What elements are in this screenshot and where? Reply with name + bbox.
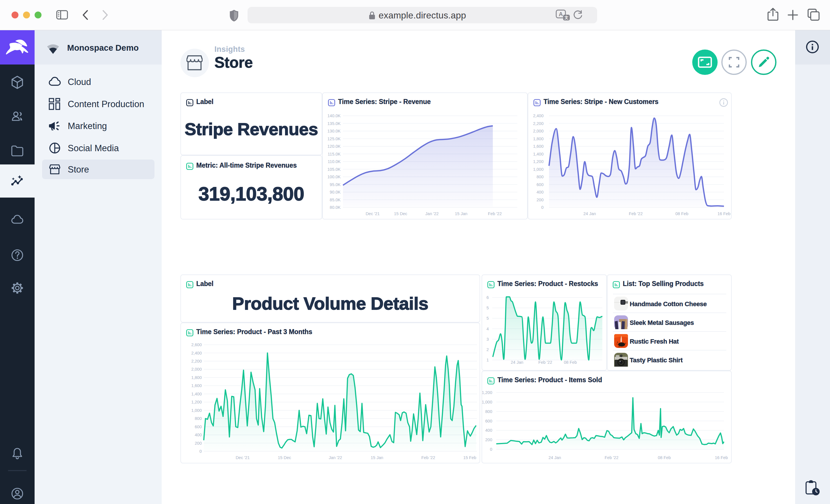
svg-text:100.0K: 100.0K [327,174,341,179]
svg-text:2,200: 2,200 [533,121,544,126]
svg-text:110.0K: 110.0K [328,159,341,164]
svg-text:15 Jan: 15 Jan [371,455,383,460]
svg-text:Feb '22: Feb '22 [629,211,643,216]
svg-text:1,800: 1,800 [533,136,544,141]
svg-text:1,400: 1,400 [533,152,544,156]
svg-text:2,200: 2,200 [191,359,202,364]
svg-text:1: 1 [486,358,489,362]
svg-text:0: 0 [199,449,202,453]
svg-text:1,400: 1,400 [191,392,202,396]
svg-text:200: 200 [195,441,202,445]
svg-text:200: 200 [485,437,492,442]
svg-text:2,600: 2,600 [191,342,202,347]
svg-text:1,000: 1,000 [191,408,202,413]
svg-text:24 Jan: 24 Jan [511,360,523,365]
svg-text:1,000: 1,000 [533,167,544,172]
svg-text:08 Feb: 08 Feb [675,211,688,216]
svg-text:2,400: 2,400 [191,351,202,356]
svg-text:08 Feb: 08 Feb [564,360,577,365]
svg-text:140.0K: 140.0K [327,113,341,118]
svg-text:120.0K: 120.0K [327,144,341,148]
svg-text:5: 5 [486,306,489,310]
svg-text:2: 2 [486,347,489,352]
svg-text:Jan '22: Jan '22 [329,455,342,460]
svg-text:15 Dec: 15 Dec [394,211,407,216]
svg-text:15 Dec: 15 Dec [278,455,291,460]
svg-text:16 Feb: 16 Feb [717,211,730,216]
svg-text:1,600: 1,600 [191,383,202,388]
svg-text:90.0K: 90.0K [330,190,341,194]
svg-text:24 Jan: 24 Jan [583,211,596,216]
svg-text:600: 600 [537,182,544,187]
svg-text:400: 400 [537,190,544,194]
svg-text:15 Feb: 15 Feb [463,455,476,460]
svg-text:24 Jan: 24 Jan [548,455,561,460]
svg-text:Feb '22: Feb '22 [605,455,618,460]
svg-text:800: 800 [537,174,544,179]
svg-text:1,200: 1,200 [482,390,492,395]
svg-text:Dec '21: Dec '21 [366,211,380,216]
svg-text:400: 400 [485,428,492,433]
svg-text:6: 6 [486,295,489,300]
svg-text:200: 200 [537,198,544,202]
svg-text:1,200: 1,200 [533,159,544,164]
svg-text:1,000: 1,000 [482,400,492,404]
svg-text:5: 5 [486,316,489,321]
svg-text:1,800: 1,800 [191,375,202,380]
svg-text:80.0K: 80.0K [330,205,341,210]
svg-text:1,600: 1,600 [533,144,544,148]
svg-text:Feb '22: Feb '22 [421,455,435,460]
svg-text:Feb '22: Feb '22 [488,211,502,216]
svg-text:16 Feb: 16 Feb [715,455,728,460]
svg-text:4: 4 [486,327,489,331]
svg-text:0: 0 [541,205,544,210]
svg-text:800: 800 [485,409,492,414]
svg-text:Feb '22: Feb '22 [538,360,552,365]
svg-text:08 Feb: 08 Feb [658,455,671,460]
svg-text:Dec '21: Dec '21 [236,455,250,460]
svg-text:600: 600 [485,419,492,423]
svg-text:15 Jan: 15 Jan [455,211,468,216]
svg-text:3: 3 [486,337,489,342]
svg-text:1,200: 1,200 [191,400,202,404]
svg-text:2,400: 2,400 [533,113,544,118]
svg-text:130.0K: 130.0K [327,129,341,133]
svg-text:95.0K: 95.0K [330,182,341,187]
svg-text:400: 400 [195,433,202,437]
svg-text:2,000: 2,000 [533,129,544,133]
svg-text:135.0K: 135.0K [327,121,341,126]
svg-text:0: 0 [490,447,492,451]
svg-text:800: 800 [195,416,202,421]
svg-text:2,000: 2,000 [191,367,202,372]
svg-text:600: 600 [195,425,202,429]
svg-text:125.0K: 125.0K [327,136,341,141]
svg-text:105.0K: 105.0K [327,167,341,172]
svg-text:85.0K: 85.0K [330,198,341,202]
svg-text:115.0K: 115.0K [328,152,341,156]
svg-text:Jan '22: Jan '22 [425,211,439,216]
